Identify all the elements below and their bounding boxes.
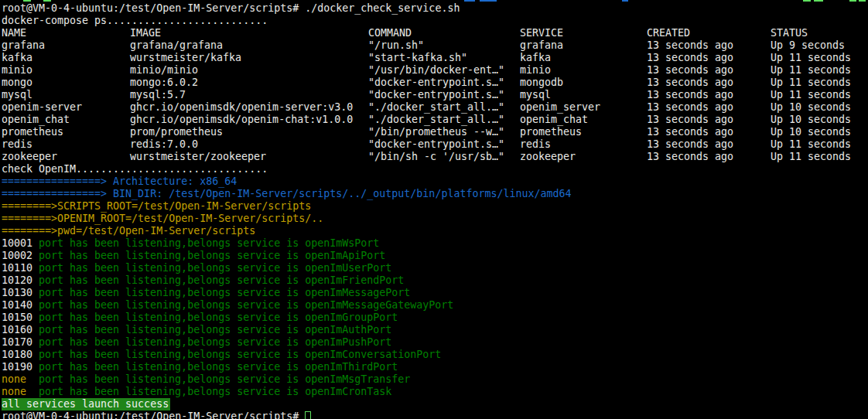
header-created: CREATED [647, 27, 771, 39]
architecture-text: ================> Architecture: x86_64 [2, 175, 237, 188]
container-command: "docker-entrypoint.s…" [368, 89, 520, 101]
table-row: grafana grafana/grafana "/run.sh" grafan… [2, 39, 868, 52]
port-number: 10150 [2, 312, 39, 324]
info-line-architecture: ================> Architecture: x86_64 [2, 175, 868, 188]
final-prompt-line[interactable]: root@VM-0-4-ubuntu:/test/Open-IM-Server/… [2, 410, 868, 419]
port-message: port has been listening,belongs service … [39, 287, 299, 299]
check-openim-text: check OpenIM............................… [2, 163, 268, 175]
shell-prompt: root@VM-0-4-ubuntu:/test/Open-IM-Server/… [2, 410, 299, 419]
header-image: IMAGE [130, 27, 368, 39]
port-message: port has been listening,belongs service … [39, 312, 299, 324]
port-status-line: 10120 port has been listening,belongs se… [2, 274, 868, 287]
port-service-name: openImMessagePort [305, 287, 410, 299]
port-status-line: 10170 port has been listening,belongs se… [2, 336, 868, 349]
table-row: kafka wurstmeister/kafka "start-kafka.sh… [2, 52, 868, 64]
prompt-line: root@VM-0-4-ubuntu:/test/Open-IM-Server/… [2, 2, 868, 15]
container-name: prometheus [2, 126, 130, 138]
scrollback-fragment [622, 0, 628, 2]
container-service: mysql [520, 89, 647, 101]
port-service-name: openImCronTask [305, 386, 391, 398]
port-message: port has been listening,belongs service … [39, 361, 299, 373]
container-service: mongodb [520, 77, 647, 89]
port-number: 10120 [2, 274, 39, 287]
terminal-window[interactable]: root@VM-0-4-ubuntu:/test/Open-IM-Server/… [0, 0, 868, 419]
port-message: port has been listening,belongs service … [39, 324, 299, 336]
port-message: port has been listening,belongs service … [39, 349, 299, 361]
table-row: openim_chat ghcr.io/openimsdk/openim-cha… [2, 114, 868, 126]
container-image: ghcr.io/openimsdk/openim-server:v3.0 [130, 101, 368, 114]
port-number: none [2, 386, 39, 398]
scrollback-fragment [23, 0, 31, 2]
info-line-scripts-root: ========>SCRIPTS_ROOT=/test/Open-IM-Serv… [2, 200, 868, 213]
port-service-name: openImWsPort [305, 237, 379, 250]
container-service: minio [520, 64, 647, 77]
container-created: 13 seconds ago [647, 39, 771, 52]
port-service-name: openImPushPort [305, 336, 391, 349]
container-name: mongo [2, 77, 130, 89]
port-status-line: 10180 port has been listening,belongs se… [2, 349, 868, 361]
header-service: SERVICE [520, 27, 647, 39]
info-line-pwd: ========>pwd=/test/Open-IM-Server/script… [2, 225, 868, 237]
port-number: 10190 [2, 361, 39, 373]
terminal-cursor [305, 411, 311, 419]
table-row: openim-server ghcr.io/openimsdk/openim-s… [2, 101, 868, 114]
container-created: 13 seconds ago [647, 52, 771, 64]
container-name: kafka [2, 52, 130, 64]
container-name: openim-server [2, 101, 130, 114]
container-image: mysql:5.7 [130, 89, 368, 101]
port-service-name: openImThirdPort [305, 361, 398, 373]
container-image: redis:7.0.0 [130, 138, 368, 151]
port-service-name: openImConversationPort [305, 349, 441, 361]
port-message: port has been listening,belongs service … [39, 237, 299, 250]
port-status-line: 10001 port has been listening,belongs se… [2, 237, 868, 250]
container-name: openim_chat [2, 114, 130, 126]
success-badge: all services launch success [2, 398, 170, 410]
port-number: 10160 [2, 324, 39, 336]
port-number: 10130 [2, 287, 39, 299]
port-message: port has been listening,belongs service … [39, 373, 299, 386]
container-status: Up 11 seconds [771, 64, 868, 77]
container-status: Up 9 seconds [771, 39, 868, 52]
scrollback-fragment [464, 0, 475, 2]
container-image: prom/prometheus [130, 126, 368, 138]
container-service: prometheus [520, 126, 647, 138]
scripts-root-text: ========>SCRIPTS_ROOT=/test/Open-IM-Serv… [2, 200, 311, 213]
port-status-line: 10140 port has been listening,belongs se… [2, 299, 868, 312]
container-status: Up 11 seconds [771, 151, 868, 163]
table-row: zookeeper wurstmeister/zookeeper "/bin/s… [2, 151, 868, 163]
container-service: kafka [520, 52, 647, 64]
port-message: port has been listening,belongs service … [39, 299, 299, 312]
port-number: 10002 [2, 250, 39, 262]
container-command: "/usr/bin/docker-ent…" [368, 64, 520, 77]
container-command: "./docker_start_all.…" [368, 114, 520, 126]
container-status: Up 11 seconds [771, 77, 868, 89]
container-image: grafana/grafana [130, 39, 368, 52]
scrollback-fragment [803, 0, 811, 2]
info-line-bindir: ================> BIN_DIR: /test/Open-IM… [2, 188, 868, 200]
port-service-name: openImAuthPort [305, 324, 391, 336]
success-line: all services launch success [2, 398, 868, 410]
port-status-line: 10110 port has been listening,belongs se… [2, 262, 868, 274]
header-name: NAME [2, 27, 130, 39]
container-image: wurstmeister/zookeeper [130, 151, 368, 163]
bindir-text: ================> BIN_DIR: /test/Open-IM… [2, 188, 572, 200]
scrollback-fragment [849, 0, 856, 2]
container-service: openim_server [520, 101, 647, 114]
container-service: openim_chat [520, 114, 647, 126]
port-status-line: 10002 port has been listening,belongs se… [2, 250, 868, 262]
container-command: "docker-entrypoint.s…" [368, 77, 520, 89]
container-status: Up 10 seconds [771, 126, 868, 138]
pwd-text: ========>pwd=/test/Open-IM-Server/script… [2, 225, 255, 237]
check-openim-line: check OpenIM............................… [2, 163, 868, 175]
scrollback-fragment [859, 0, 866, 2]
container-image: wurstmeister/kafka [130, 52, 368, 64]
openim-root-text: ========>OPENIM_ROOT=/test/Open-IM-Serve… [2, 213, 323, 225]
container-status: Up 10 seconds [771, 114, 868, 126]
port-message: port has been listening,belongs service … [39, 262, 299, 274]
port-number: 10140 [2, 299, 39, 312]
port-service-name: openImMsgTransfer [305, 373, 410, 386]
table-row: redis redis:7.0.0 "docker-entrypoint.s…"… [2, 138, 868, 151]
compose-status-text: docker-compose ps.......................… [2, 15, 268, 27]
scrollback-fragment [814, 0, 823, 2]
port-message: port has been listening,belongs service … [39, 386, 299, 398]
